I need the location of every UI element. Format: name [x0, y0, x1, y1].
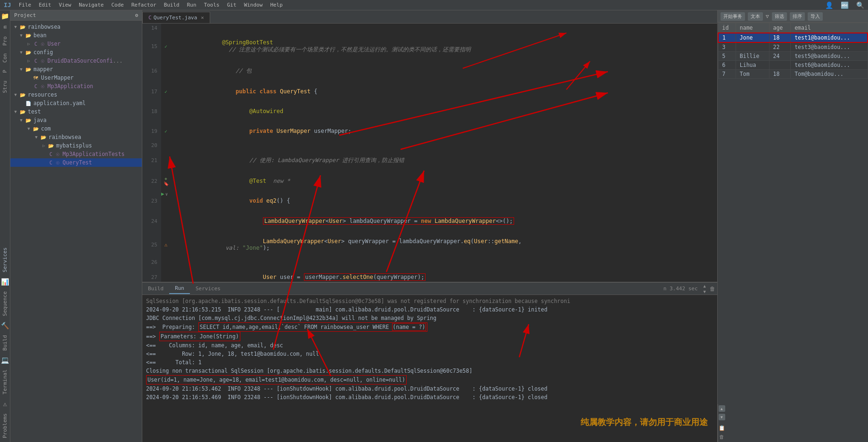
menu-bar: IJ File Edit View Navigate Code Refactor…: [0, 0, 868, 10]
tree-item-user[interactable]: ▷ C ☉ User: [10, 40, 142, 48]
tree-item-java[interactable]: ▼ 📂 java: [10, 116, 142, 124]
mapper-icon: 🗺: [32, 74, 40, 82]
console-line-sql2: ==> Parameters: Jone(String): [146, 332, 713, 341]
filter-icon-db[interactable]: ▽: [766, 13, 769, 19]
menu-run[interactable]: Run: [187, 2, 197, 8]
pro-label[interactable]: Pro: [0, 33, 9, 49]
problems-label[interactable]: Problems: [0, 409, 9, 442]
console-content[interactable]: SqlSession [org.apache.ibatis.session.de…: [142, 295, 717, 442]
problems-icon[interactable]: ⚠: [1, 398, 8, 409]
terminal-label-btn[interactable]: Terminal: [0, 366, 9, 398]
services-label-btn[interactable]: Services: [0, 244, 9, 276]
con-label[interactable]: Con: [0, 49, 9, 66]
menu-view[interactable]: View: [59, 2, 72, 8]
tree-item-mapper[interactable]: ▼ 📂 mapper: [10, 65, 142, 74]
menu-build[interactable]: Build: [164, 2, 180, 8]
console-tab-run[interactable]: Run: [169, 283, 190, 294]
scroll-up-btn[interactable]: ▲: [704, 284, 706, 288]
translate-icon[interactable]: 🔤: [841, 1, 849, 9]
test-class-icon2: C: [47, 159, 55, 166]
console-tab-services[interactable]: Services: [190, 284, 226, 294]
gear-icon-project[interactable]: ⚙: [135, 12, 138, 18]
terminal-icon[interactable]: 💻: [0, 354, 11, 366]
tab-querytest[interactable]: C QueryTest.java ×: [142, 12, 210, 23]
expand-arrow: ▼: [18, 118, 25, 123]
scroll-down-right[interactable]: ▼: [719, 414, 725, 420]
tree-item-appyaml[interactable]: 📄 application.yaml: [10, 99, 142, 107]
folder-icon: 📂: [40, 133, 47, 141]
table-row-5[interactable]: 7 Tom 18 Tom@baomidou...: [718, 70, 868, 79]
text-btn[interactable]: 文本: [748, 12, 763, 21]
project-icon[interactable]: 📁: [0, 10, 11, 22]
line-content: User user = userMapper.selectOne(queryWr…: [171, 267, 717, 282]
filter-btn[interactable]: 筛选: [772, 12, 787, 21]
structure-label[interactable]: Stru: [0, 77, 9, 97]
expand-code-icon[interactable]: ∨: [165, 192, 168, 196]
scroll-down-btn[interactable]: ▼: [704, 289, 706, 294]
tree-item-test[interactable]: ▼ 📂 test: [10, 107, 142, 116]
db-icon-1[interactable]: 📋: [718, 424, 726, 432]
sort-btn[interactable]: 排序: [790, 12, 805, 21]
db-icon-2[interactable]: 🗑: [718, 433, 725, 441]
begin-transaction-btn[interactable]: 开始事务: [721, 12, 745, 21]
cell-age: 18: [769, 33, 791, 42]
p-label[interactable]: P: [0, 66, 9, 77]
line-number: 27: [142, 267, 161, 282]
table-row-3[interactable]: 5 Billie 24 test5@baomidou...: [718, 52, 868, 61]
scroll-up-right[interactable]: ▲: [719, 405, 725, 412]
cell-name: Jone: [736, 33, 769, 42]
right-panel: 开始事务 文本 ▽ 筛选 排序 导入 id name age email: [717, 10, 868, 442]
db-results-container[interactable]: id name age email 1 Jone 18 test1@baomid…: [718, 23, 868, 404]
line-number: 21: [142, 150, 161, 171]
console-tab-build[interactable]: Build: [142, 284, 169, 294]
menu-git[interactable]: Git: [227, 2, 237, 8]
code-line-16: 16 // 包: [142, 60, 717, 82]
menu-navigate[interactable]: Navigate: [79, 2, 104, 8]
tree-item-label: bean: [33, 32, 47, 39]
project-label[interactable]: m: [0, 22, 9, 33]
tree-item-resources[interactable]: ▼ 📂 resources: [10, 90, 142, 99]
menu-tools[interactable]: Tools: [204, 2, 220, 8]
run-icon[interactable]: ▶: [161, 191, 164, 197]
line-gutter: [161, 150, 171, 171]
menu-edit[interactable]: Edit: [39, 2, 51, 8]
menu-help[interactable]: Help: [270, 2, 283, 8]
tab-close[interactable]: ×: [201, 15, 204, 21]
menu-window[interactable]: Window: [244, 2, 263, 8]
folder-icon: 📂: [19, 91, 26, 98]
table-row-4[interactable]: 6 Lihua test6@baomidou...: [718, 61, 868, 70]
line-gutter: ✓: [161, 82, 171, 101]
tree-item-bean[interactable]: ▼ 📂 bean: [10, 31, 142, 40]
tree-item-mybatisplus[interactable]: ▷ 📂 mybatisplus: [10, 141, 142, 150]
menu-code[interactable]: Code: [111, 2, 124, 8]
table-row-2[interactable]: 3 22 test3@baomidou...: [718, 42, 868, 52]
tree-item-druiddatasource[interactable]: ▷ C ☉ DruidDataSourceConfi ...: [10, 57, 142, 65]
tree-item-mp3tests[interactable]: C ☉ Mp3ApplicationTests: [10, 150, 142, 158]
build-label-btn[interactable]: Build: [0, 331, 9, 354]
tree-item-config[interactable]: ▼ 📂 config: [10, 48, 142, 57]
tree-item-rainbowsea[interactable]: ▼ 📂 rainbowsea: [10, 23, 142, 31]
tree-item-querytest[interactable]: C ☉ QueryTest: [10, 158, 142, 167]
trash-icon[interactable]: 🗑: [708, 286, 717, 292]
code-lines: 14 15 ✓ @SpringBootTest // 注意这个测试必须要有一个场…: [142, 24, 717, 282]
code-line-21: 21 // 使用: LambdaQueryWrapper 进行引用查询，防止报错: [142, 150, 717, 171]
cell-email: test5@baomidou...: [791, 52, 868, 61]
menu-refactor[interactable]: Refactor: [131, 2, 156, 8]
code-editor[interactable]: 14 15 ✓ @SpringBootTest // 注意这个测试必须要有一个场…: [142, 24, 717, 282]
sequence-btn[interactable]: 📊: [0, 276, 11, 287]
tree-item-usermapper[interactable]: 🗺 UserMapper: [10, 74, 142, 82]
build-icon[interactable]: 🔨: [0, 320, 11, 331]
menu-file[interactable]: File: [19, 2, 32, 8]
expand-arrow: ▼: [18, 50, 25, 55]
tree-item-rainbowsea2[interactable]: ▼ 📂 rainbowsea: [10, 133, 142, 141]
line-content: [171, 24, 717, 33]
import-btn[interactable]: 导入: [808, 12, 823, 21]
sequence-label-btn[interactable]: Sequence: [0, 287, 9, 320]
tree-item-com[interactable]: ▼ 📂 com: [10, 124, 142, 133]
user-icon[interactable]: 👤: [825, 1, 833, 9]
table-row-1[interactable]: 1 Jone 18 test1@baomidou...: [718, 33, 868, 42]
tree-item-mp3app[interactable]: C ☉ Mp3Application: [10, 82, 142, 90]
cell-id: 5: [718, 52, 736, 61]
project-tree[interactable]: ▼ 📂 rainbowsea ▼ 📂 bean ▷ C ☉ User ▼ 📂 c…: [10, 21, 142, 442]
search-icon-top[interactable]: 🔍: [856, 1, 864, 9]
